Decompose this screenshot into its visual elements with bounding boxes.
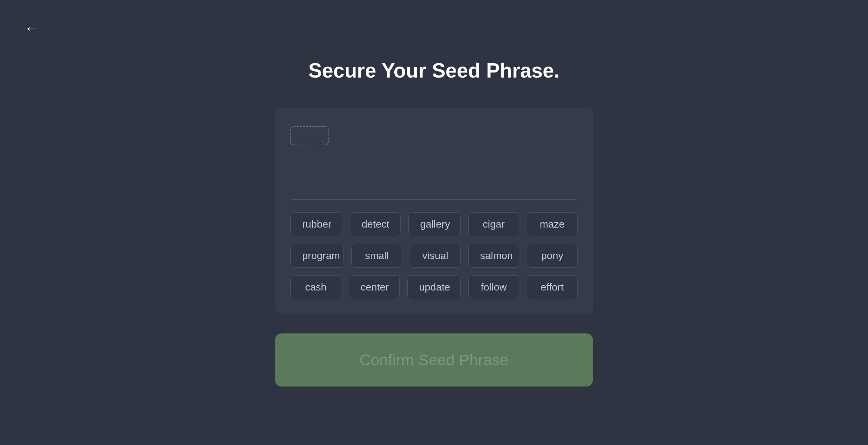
word-chip-program[interactable]: program: [290, 244, 344, 268]
word-row-1: programsmallvisualsalmonpony: [290, 244, 578, 268]
word-chip-salmon[interactable]: salmon: [468, 244, 519, 268]
word-row-2: cashcenterupdatefolloweffort: [290, 275, 578, 299]
page-title: Secure Your Seed Phrase.: [309, 59, 560, 82]
word-chip-cash[interactable]: cash: [290, 275, 341, 299]
divider: [290, 199, 578, 200]
word-area: rubberdetectgallerycigarmazeprogramsmall…: [275, 108, 593, 314]
selected-words-zone: [290, 123, 578, 186]
word-row-0: rubberdetectgallerycigarmaze: [290, 212, 578, 236]
word-chip-gallery[interactable]: gallery: [408, 212, 461, 236]
word-chip-cigar[interactable]: cigar: [468, 212, 519, 236]
word-chip-pony[interactable]: pony: [527, 244, 578, 268]
confirm-seed-phrase-button[interactable]: Confirm Seed Phrase: [275, 333, 593, 387]
word-options: rubberdetectgallerycigarmazeprogramsmall…: [290, 212, 578, 299]
word-chip-visual[interactable]: visual: [410, 244, 461, 268]
word-chip-rubber[interactable]: rubber: [290, 212, 342, 236]
word-chip-update[interactable]: update: [407, 275, 461, 299]
word-chip-detect[interactable]: detect: [350, 212, 401, 236]
back-button[interactable]: ←: [19, 15, 44, 41]
word-chip-effort[interactable]: effort: [527, 275, 578, 299]
main-container: Secure Your Seed Phrase. rubberdetectgal…: [275, 59, 593, 387]
word-chip-small[interactable]: small: [351, 244, 402, 268]
word-chip-maze[interactable]: maze: [527, 212, 578, 236]
word-chip-follow[interactable]: follow: [468, 275, 519, 299]
word-chip-center[interactable]: center: [349, 275, 400, 299]
word-placeholder: [290, 126, 329, 145]
